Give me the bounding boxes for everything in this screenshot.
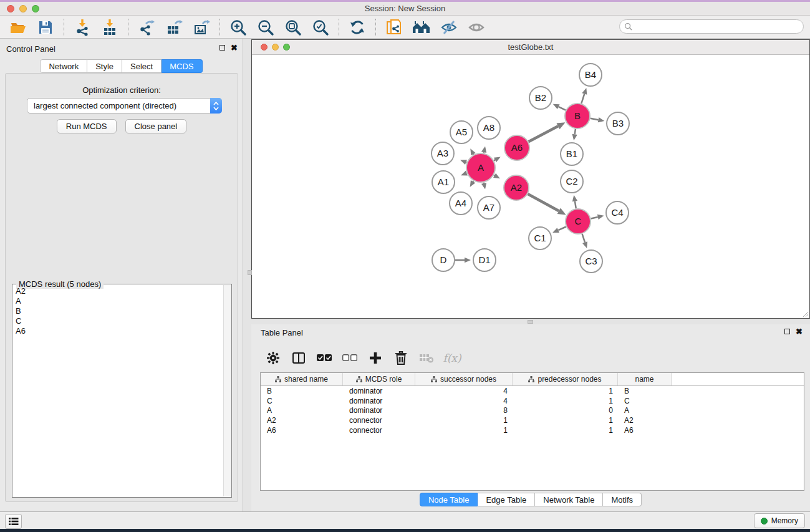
table-row[interactable]: Bdominator41B — [261, 386, 804, 396]
node-table[interactable]: shared nameMCDS rolesuccessor nodesprede… — [260, 372, 804, 491]
graph-edge[interactable] — [528, 194, 559, 211]
export-table-button[interactable] — [164, 18, 184, 37]
mcds-result-list[interactable]: A2ABCA6 — [13, 286, 223, 496]
close-panel-icon[interactable]: ✖ — [796, 329, 803, 334]
panel-splitter-handle[interactable] — [248, 270, 252, 275]
import-table-button[interactable] — [100, 18, 120, 37]
zoom-selected-button[interactable] — [311, 18, 330, 37]
graph-edge[interactable] — [473, 181, 474, 181]
network-window-titlebar[interactable]: testGlobe.txt — [252, 40, 809, 55]
tab-select[interactable]: Select — [122, 59, 162, 73]
table-header-row[interactable]: shared nameMCDS rolesuccessor nodesprede… — [261, 373, 804, 386]
zoom-in-button[interactable] — [228, 18, 248, 37]
table-cell[interactable]: B — [261, 386, 343, 396]
graph-edge[interactable] — [581, 94, 584, 103]
table-row[interactable]: A6connector11A6 — [261, 425, 804, 435]
table-cell[interactable]: 4 — [415, 386, 513, 396]
tab-mcds[interactable]: MCDS — [162, 59, 202, 73]
network-graph[interactable]: B4B2BB3A8A5A6A3B1AA1C2A2A4A7C4CC1C3DD1 — [252, 55, 809, 318]
delete-columns-button[interactable] — [393, 350, 409, 366]
result-scrollbar[interactable] — [223, 285, 231, 496]
table-cell[interactable]: A6 — [618, 425, 672, 435]
criterion-dropdown[interactable]: largest connected component (directed) — [27, 98, 222, 114]
graph-edge[interactable] — [494, 160, 495, 160]
table-cell[interactable]: 1 — [513, 396, 618, 406]
import-network-button[interactable] — [72, 18, 92, 37]
search-input[interactable] — [632, 20, 803, 33]
table-row[interactable]: Adominator80A — [261, 406, 804, 416]
float-panel-icon[interactable] — [219, 45, 225, 51]
resize-grip-icon[interactable] — [801, 310, 809, 317]
float-panel-icon[interactable] — [784, 329, 790, 334]
graph-edge[interactable] — [494, 175, 494, 176]
table-cell[interactable]: A — [618, 406, 672, 416]
create-column-button[interactable] — [367, 350, 383, 366]
result-item[interactable]: C — [13, 316, 223, 326]
column-header[interactable]: MCDS role — [343, 373, 415, 385]
table-cell[interactable]: B — [618, 386, 672, 396]
table-cell[interactable]: 4 — [415, 396, 513, 406]
table-cell[interactable]: A — [261, 406, 343, 416]
task-history-button[interactable] — [5, 514, 22, 529]
save-session-button[interactable] — [36, 18, 55, 37]
table-cell[interactable]: 1 — [415, 425, 513, 435]
zoom-fit-button[interactable] — [283, 18, 303, 37]
tab-edge-table[interactable]: Edge Table — [478, 493, 535, 506]
table-cell[interactable]: 1 — [513, 415, 618, 425]
first-neighbors-button[interactable] — [412, 18, 432, 37]
tab-network-table[interactable]: Network Table — [535, 493, 603, 506]
tab-network[interactable]: Network — [40, 59, 87, 73]
table-cell[interactable]: C — [261, 396, 343, 406]
zoom-out-button[interactable] — [256, 18, 276, 37]
table-cell[interactable]: connector — [343, 425, 415, 435]
table-cell[interactable]: dominator — [343, 396, 415, 406]
search-field[interactable] — [619, 19, 804, 34]
table-row[interactable]: A2connector11A2 — [261, 415, 804, 425]
table-cell[interactable]: C — [618, 396, 672, 406]
panel-splitter-handle[interactable] — [528, 320, 533, 324]
column-header[interactable]: name — [618, 373, 672, 385]
column-header[interactable]: successor nodes — [415, 373, 513, 385]
function-builder-button[interactable]: f(x) — [444, 350, 460, 366]
tab-style[interactable]: Style — [87, 59, 122, 73]
graph-edge[interactable] — [591, 217, 597, 219]
graph-edge[interactable] — [582, 234, 585, 243]
export-image-button[interactable] — [191, 18, 211, 37]
table-cell[interactable]: dominator — [343, 406, 415, 416]
table-body[interactable]: Bdominator41BCdominator41CAdominator80AA… — [261, 386, 804, 435]
graph-edge[interactable] — [529, 126, 558, 142]
table-cell[interactable]: 1 — [415, 415, 513, 425]
table-mode-button[interactable] — [265, 350, 281, 366]
table-cell[interactable]: 0 — [513, 406, 618, 416]
result-item[interactable]: A6 — [13, 326, 223, 336]
table-cell[interactable]: 1 — [513, 425, 618, 435]
result-item[interactable]: A2 — [13, 286, 223, 296]
hide-graphics-details-button[interactable] — [439, 18, 459, 37]
open-session-button[interactable] — [8, 18, 28, 37]
column-header[interactable]: predecessor nodes — [513, 373, 618, 385]
show-columns-button[interactable] — [291, 350, 307, 366]
table-cell[interactable]: dominator — [343, 386, 415, 396]
graph-edge[interactable] — [575, 129, 576, 135]
memory-button[interactable]: Memory — [754, 513, 805, 528]
result-item[interactable]: B — [13, 306, 223, 316]
graph-edge[interactable] — [558, 226, 566, 230]
table-cell[interactable]: A2 — [618, 415, 672, 425]
graph-edge[interactable] — [591, 118, 599, 120]
close-panel-button[interactable]: Close panel — [125, 119, 187, 133]
network-canvas[interactable]: B4B2BB3A8A5A6A3B1AA1C2A2A4A7C4CC1C3DD1 — [252, 55, 809, 318]
new-network-from-selection-button[interactable] — [384, 18, 404, 37]
tab-motifs[interactable]: Motifs — [603, 493, 642, 506]
table-cell[interactable]: A2 — [261, 415, 343, 425]
graph-edge[interactable] — [575, 201, 576, 209]
delete-table-button[interactable] — [418, 350, 435, 366]
show-graphics-details-button[interactable] — [466, 18, 486, 37]
column-header[interactable]: shared name — [261, 373, 343, 385]
table-cell[interactable]: 8 — [415, 406, 513, 416]
result-item[interactable]: A — [13, 296, 223, 306]
table-cell[interactable]: 1 — [513, 386, 618, 396]
tab-node-table[interactable]: Node Table — [420, 493, 478, 506]
refresh-button[interactable] — [347, 18, 367, 37]
table-cell[interactable]: connector — [343, 415, 415, 425]
export-network-button[interactable] — [137, 18, 157, 37]
